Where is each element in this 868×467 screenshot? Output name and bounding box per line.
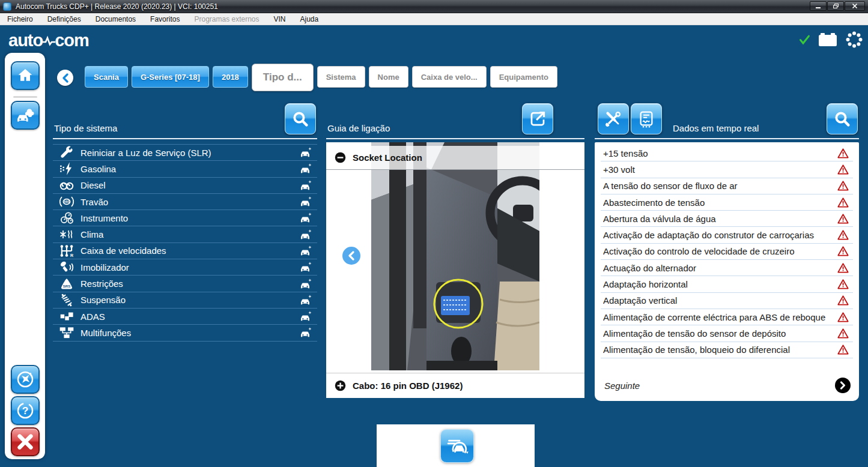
realtime-row-alimentacao-de-tensao-bloqueio-do-diferencial[interactable]: Alimentação de tensão, bloqueio do difer… [601,342,853,358]
restore-button[interactable] [827,1,844,11]
breadcrumb-sistema[interactable]: Sistema [317,66,365,88]
warning-icon [835,246,851,257]
close-button[interactable] [845,1,865,11]
breadcrumb-caixa-de-velo[interactable]: Caixa de velo... [412,66,487,88]
menu-item-documentos[interactable]: Documentos [96,15,136,23]
breadcrumb-equipamento[interactable]: Equipamento [490,66,557,88]
realtime-row-abastecimento-de-tensao[interactable]: Abastecimento de tensão [601,194,853,211]
connection-check-icon [799,34,810,45]
realtime-list: +15 tensão+30 voltA tensão do sensor de … [595,142,859,358]
realtime-row-alimentacao-de-corrente-electrica-para-abs-de-reboque[interactable]: Alimentação de corrente eléctrica para A… [601,309,853,325]
car-plus-icon [294,244,317,258]
sidebar-divider [13,96,37,98]
menu-item-definicoes[interactable]: Definições [47,15,81,23]
system-row-suspensao[interactable]: Suspensão [53,292,317,309]
vehicle-select-button[interactable] [11,101,40,130]
live-data-report-button[interactable] [631,103,662,134]
system-row-clima[interactable]: Clima [53,226,317,243]
realtime-row-alimentacao-de-tensao-do-sensor-de-deposito[interactable]: Alimentação de tensão do sensor de depós… [601,325,853,342]
car-plus-icon [294,260,317,274]
menu-bar: FicheiroDefiniçõesDocumentosFavoritosPro… [0,13,868,25]
realtime-row-abertura-da-valvula-de-agua[interactable]: Abertura da válvula de água [601,211,853,227]
realtime-search-button[interactable] [827,103,858,134]
breadcrumb-scania[interactable]: Scania [85,66,128,88]
home-button[interactable] [11,61,40,90]
system-row-travao[interactable]: ABSTravão [53,194,317,210]
external-link-icon [529,110,547,128]
breadcrumb-nome[interactable]: Nome [369,66,408,88]
realtime-row-label: Abertura da válvula de água [603,214,835,224]
restore-icon [833,3,839,9]
socket-location-label: Socket Location [353,152,422,163]
system-row-gasolina[interactable]: Gasolina [53,161,317,177]
socket-location-bar[interactable]: Socket Location [326,146,584,170]
system-row-instrumento[interactable]: Instrumento [53,210,317,226]
warning-icon [835,344,851,355]
battery-icon[interactable] [818,31,838,48]
app-root: { "window": { "title": "Autocom Trucks C… [0,0,868,467]
window-title: Autocom Trucks CDP+ | Release 2020 (2020… [16,2,218,11]
car-gear-icon [16,106,35,125]
menu-item-programas-externos[interactable]: Programas externos [194,15,259,23]
search-icon [291,110,309,128]
help-button[interactable]: ? [11,396,40,425]
system-row-restricoes[interactable]: SRSRestrições [53,276,317,292]
realtime-row-activacao-de-adaptacao-do-construtor-de-carrocarias[interactable]: Activação de adaptação do construtor de … [601,227,853,243]
realtime-row-adaptacao-vertical[interactable]: Adaptação vertical [601,293,853,309]
next-page-row[interactable]: Seguinte [604,377,851,394]
breadcrumb-2018[interactable]: 2018 [213,66,248,88]
cable-bar[interactable]: Cabo: 16 pin OBD (J1962) [326,373,584,398]
realtime-row-label: Alimentação de tensão do sensor de depós… [603,328,835,339]
search-icon [833,110,851,128]
gearbox-icon: R [53,243,80,259]
chevron-left-icon [61,73,70,83]
app-header: auto com [0,25,868,54]
vehicle-connect-button[interactable] [440,429,474,463]
realtime-row-15-tensao[interactable]: +15 tensão [601,145,853,161]
breadcrumb-g-series-07-18[interactable]: G-Series [07-18] [132,66,209,88]
car-plus-icon [294,277,317,291]
system-row-adas[interactable]: ADAS [53,309,317,325]
cable-label: Cabo: 16 pin OBD (J1962) [353,381,463,391]
realtime-row-adaptacao-horizontal[interactable]: Adaptação horizontal [601,276,853,292]
system-row-label: Clima [80,229,294,240]
system-row-imobilizador[interactable]: Imobilizador [53,259,317,276]
previous-image-button[interactable] [342,247,360,265]
next-label: Seguinte [604,381,640,391]
system-row-reiniciar-a-luz-de-servico-slr[interactable]: Reiniciar a Luz de Serviço (SLR) [53,145,317,161]
realtime-row-activacao-do-controlo-de-velocidade-de-cruzeiro[interactable]: Activação do controlo de velocidade de c… [601,244,853,260]
realtime-row-actuacao-do-alternador[interactable]: Actuação do alternador [601,260,853,276]
system-row-label: Diesel [80,180,294,190]
car-plus-icon [294,309,317,324]
system-row-diesel[interactable]: Diesel [53,178,317,194]
warning-icon [835,164,851,175]
collapse-icon[interactable] [335,152,346,163]
realtime-row-a-tensao-do-sensor-de-fluxo-de-ar[interactable]: A tensão do sensor de fluxo de ar [601,178,853,194]
connection-guide-panel-header: Guia de ligação [326,102,584,139]
breadcrumb-tipo-d[interactable]: Tipo d... [252,64,314,91]
wrench-icon [53,145,80,160]
car-plus-icon [294,178,317,193]
injection-icon [53,161,80,176]
exit-button[interactable] [11,427,40,456]
flight-mode-button[interactable] [11,365,40,394]
system-row-multifuncoes[interactable]: Multifunções [53,325,317,341]
car-plus-icon [294,161,317,176]
realtime-row-30-volt[interactable]: +30 volt [601,161,853,178]
next-page-button[interactable] [835,378,851,393]
menu-item-favoritos[interactable]: Favoritos [150,15,180,23]
system-search-button[interactable] [285,103,316,134]
menu-item-vin[interactable]: VIN [274,15,286,23]
realtime-row-label: Alimentação de corrente eléctrica para A… [603,312,835,322]
close-x-icon [16,432,35,451]
system-row-label: Gasolina [80,164,294,174]
adjustments-button[interactable] [598,103,629,134]
system-row-caixa-de-velocidades[interactable]: RCaixa de velocidades [53,243,317,259]
expand-icon[interactable] [335,380,346,391]
system-type-title: Tipo de sistema [54,123,117,133]
menu-item-ajuda[interactable]: Ajuda [300,15,319,23]
menu-item-ficheiro[interactable]: Ficheiro [7,15,33,23]
back-button[interactable] [57,70,73,86]
open-external-button[interactable] [522,103,553,134]
minimize-button[interactable] [810,1,827,11]
